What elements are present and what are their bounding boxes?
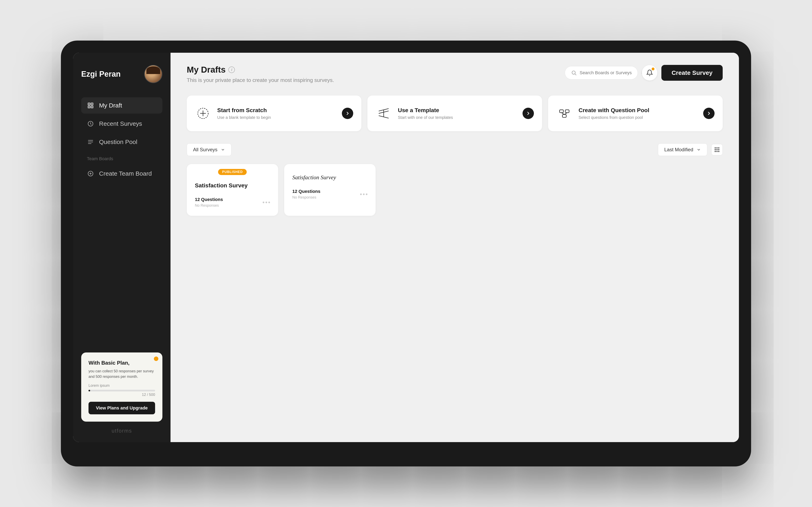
header-left: My Drafts i This is your private place t… (187, 65, 334, 83)
template-option-text: Use a Template Start with one of our tem… (398, 107, 516, 120)
avatar (144, 65, 162, 83)
menu-dot (363, 193, 365, 195)
menu-dot (263, 202, 264, 203)
svg-point-30 (718, 149, 719, 150)
svg-point-27 (718, 148, 719, 148)
upgrade-button[interactable]: View Plans and Upgrade (89, 402, 155, 414)
sidebar-item-label-pool: Question Pool (99, 138, 137, 146)
main-content: My Drafts i This is your private place t… (170, 53, 739, 442)
create-option-pool[interactable]: Create with Question Pool Select questio… (548, 96, 723, 131)
create-options: Start from Scratch Use a blank template … (187, 96, 723, 131)
plan-progress-fill (89, 390, 90, 391)
pool-desc: Select questions from question pool (578, 115, 697, 120)
team-boards-label: Team Boards (81, 152, 162, 163)
menu-dot (268, 202, 270, 203)
user-section: Ezgi Peran (81, 65, 162, 83)
plan-placeholder-label: Lorem ipsum (89, 384, 155, 388)
scratch-option-text: Start from Scratch Use a blank template … (217, 107, 336, 120)
clock-icon (87, 120, 94, 127)
chevron-down-icon (221, 148, 225, 152)
grid-toggle-button[interactable] (711, 144, 723, 155)
user-name: Ezgi Peran (81, 70, 138, 78)
laptop-frame: Ezgi Peran My Draft (61, 41, 751, 466)
notification-button[interactable] (642, 65, 657, 80)
sidebar-item-question-pool[interactable]: Question Pool (81, 134, 162, 150)
page-subtitle: This is your private place to create you… (187, 77, 334, 83)
svg-point-11 (572, 71, 575, 74)
menu-dot (360, 193, 362, 195)
survey-footer-2: 12 Questions No Responses (292, 189, 367, 200)
template-title: Use a Template (398, 107, 516, 114)
survey-questions-1: 12 Questions (195, 197, 223, 202)
plan-count: 12 / 500 (89, 393, 155, 397)
svg-rect-20 (560, 110, 563, 113)
search-input[interactable] (579, 70, 636, 75)
svg-rect-2 (88, 106, 90, 108)
survey-title-2: Satisfaction Survey (292, 174, 367, 181)
header-right: > Create Survey (565, 65, 723, 81)
pool-title: Create with Question Pool (578, 107, 697, 114)
svg-rect-3 (91, 106, 93, 108)
svg-line-12 (575, 74, 576, 75)
scratch-icon (195, 105, 211, 121)
svg-line-23 (561, 113, 564, 115)
plan-dot (154, 356, 158, 361)
all-surveys-filter[interactable]: All Surveys (187, 144, 232, 156)
sidebar-item-label-recent: Recent Surveys (99, 120, 142, 127)
pool-icon (556, 105, 572, 121)
survey-title-1: Satisfaction Survey (195, 182, 270, 189)
svg-rect-22 (562, 115, 566, 117)
sort-label: Last Modified (664, 147, 693, 153)
create-option-scratch[interactable]: Start from Scratch Use a blank template … (187, 96, 361, 131)
search-bar[interactable]: > (565, 66, 638, 79)
template-icon (375, 105, 392, 121)
template-arrow[interactable] (522, 108, 534, 119)
list-icon (87, 138, 94, 146)
plan-card: With Basic Plan, you can collect 50 resp… (81, 352, 162, 421)
sort-select[interactable]: Last Modified (658, 144, 707, 156)
survey-card-1[interactable]: PUBLISHED Satisfaction Survey 12 Questio… (187, 164, 278, 216)
pool-option-text: Create with Question Pool Select questio… (578, 107, 697, 120)
filter-right: Last Modified (658, 144, 723, 156)
svg-rect-0 (88, 103, 90, 105)
svg-point-28 (715, 149, 716, 150)
svg-point-33 (718, 151, 719, 152)
menu-dot (366, 193, 367, 195)
sort-chevron-icon (697, 148, 701, 152)
survey-questions-2: 12 Questions (292, 189, 320, 194)
plan-progress-bar (89, 390, 155, 391)
filter-label: All Surveys (193, 147, 217, 153)
header: My Drafts i This is your private place t… (187, 65, 723, 83)
nav-items: My Draft Recent Surveys (81, 97, 162, 346)
published-badge: PUBLISHED (218, 169, 247, 175)
sidebar-item-label-my-draft: My Draft (99, 102, 122, 109)
app-logo: utforms (81, 428, 162, 434)
laptop-screen: Ezgi Peran My Draft (73, 53, 739, 442)
search-icon (571, 70, 577, 76)
survey-responses-1: No Responses (195, 204, 223, 208)
plan-title: With Basic Plan, (89, 360, 155, 366)
sidebar-item-recent-surveys[interactable]: Recent Surveys (81, 116, 162, 132)
survey-card-2[interactable]: Satisfaction Survey 12 Questions No Resp… (284, 164, 375, 216)
sidebar-item-my-draft[interactable]: My Draft (81, 97, 162, 114)
pool-arrow[interactable] (703, 108, 715, 119)
sidebar: Ezgi Peran My Draft (73, 53, 170, 442)
svg-point-31 (715, 151, 716, 152)
survey-footer-1: 12 Questions No Responses (195, 197, 270, 208)
create-survey-button[interactable]: Create Survey (661, 65, 723, 81)
scratch-arrow[interactable] (342, 108, 353, 119)
surveys-grid: PUBLISHED Satisfaction Survey 12 Questio… (187, 164, 723, 216)
plan-description: you can collect 50 responses per survey … (89, 369, 155, 380)
survey-menu-1[interactable] (263, 202, 270, 203)
create-team-board-button[interactable]: Create Team Board (81, 166, 162, 182)
surveys-filter: All Surveys Last Modified (187, 144, 723, 156)
survey-responses-2: No Responses (292, 195, 320, 200)
survey-stats-2: 12 Questions No Responses (292, 189, 320, 200)
menu-dot (265, 202, 267, 203)
notification-dot (652, 67, 655, 70)
svg-point-26 (717, 148, 717, 148)
create-option-template[interactable]: Use a Template Start with one of our tem… (367, 96, 542, 131)
page-title: My Drafts i (187, 65, 334, 75)
survey-menu-2[interactable] (360, 193, 367, 195)
svg-point-29 (717, 149, 717, 150)
